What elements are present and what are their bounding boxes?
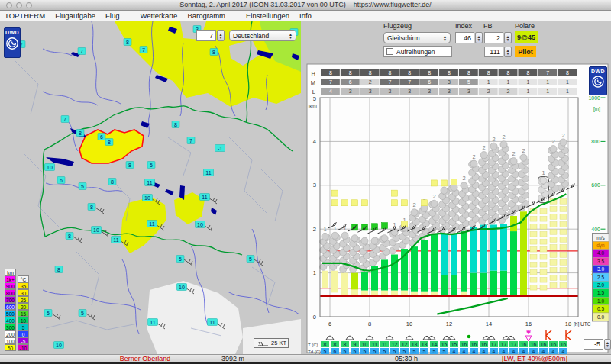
svg-text:1: 1 <box>323 226 326 233</box>
aufreihungen-checkbox-row[interactable]: Aufreihungen <box>383 46 452 57</box>
menu-item-toptherm[interactable]: TOPTHERM <box>5 11 45 20</box>
cloud-cover-cell: 1 <box>499 79 518 85</box>
map-thermal-marker: 8 <box>126 162 134 169</box>
svg-text:2: 2 <box>522 147 525 154</box>
x-axis-tick: 14 <box>486 321 492 327</box>
cloud-cover-cell: 8 <box>380 69 399 76</box>
menu-item-einstellungen[interactable]: Einstellungen <box>246 11 289 20</box>
dewpoint-cell: 5 <box>360 348 369 354</box>
svg-text:4: 4 <box>522 349 525 354</box>
map-level-spinner[interactable]: 7 <box>196 30 216 41</box>
aufreihungen-checkbox[interactable] <box>386 48 393 55</box>
climb-legend-cell: dyn <box>596 243 605 249</box>
thermal-square <box>451 179 457 185</box>
bias-stepper[interactable]: ▲▼ <box>604 339 611 350</box>
cloud-cover-cell: 1 <box>558 88 577 95</box>
temperature-cell: 8 <box>331 341 339 347</box>
pilot-count-field[interactable]: 111 <box>484 47 503 57</box>
svg-text:4: 4 <box>463 349 466 354</box>
map-thermal-marker: 8 <box>210 49 218 56</box>
dwd-logo-text: DWD <box>5 30 20 35</box>
dewpoint-cell: 4 <box>549 348 558 354</box>
map-thermal-marker: 11 <box>204 169 214 176</box>
weather-map[interactable]: 7787382786887-11065858111011118101110811… <box>0 21 301 354</box>
svg-text:2: 2 <box>502 134 505 140</box>
cloud-cover-cell: 8 <box>439 69 458 76</box>
thermal-square <box>342 200 348 206</box>
svg-text:12: 12 <box>402 342 408 347</box>
svg-text:8: 8 <box>334 342 337 347</box>
svg-text:8: 8 <box>448 70 451 76</box>
flugzeug-label: Flugzeug <box>383 22 412 30</box>
fb-field[interactable]: 2 <box>484 32 503 43</box>
title-bar: Sonntag, 2. April 2017 (ICON 31.03.2017 … <box>0 0 611 11</box>
index-label: Index <box>455 22 472 30</box>
aircraft-select[interactable]: Gleitschirm ▲▼ <box>383 32 451 43</box>
cloud-cover-cell: 6 <box>341 79 360 85</box>
altitude-legend-cell: 200 <box>5 330 16 337</box>
cloud-cover-cell: 8 <box>321 69 340 76</box>
map-thermal-marker: 5 <box>147 162 155 169</box>
y-axis-tick: 4 <box>313 138 316 145</box>
map-level-stepper[interactable]: ▲▼ <box>217 30 225 41</box>
svg-text:4: 4 <box>453 349 456 354</box>
cloud-cover-cell: 8 <box>360 69 380 76</box>
bias-spinner[interactable]: -5 <box>584 339 603 350</box>
map-region-select[interactable]: Deutschland ▲▼ <box>229 30 296 41</box>
wind-scale-box: 25 KT <box>254 338 289 348</box>
map-thermal-marker: 10 <box>54 342 64 349</box>
svg-text:8: 8 <box>329 70 332 76</box>
status-bar: Berner Oberland 3992 m 05:30 h [LW, ET 4… <box>0 354 611 362</box>
polare-chip[interactable]: 9@45 <box>515 31 538 43</box>
menu-item-barogramm[interactable]: Barogramm <box>187 11 225 20</box>
barogram-chart[interactable]: H8888888888878M7627763511111L43333333221… <box>301 21 611 354</box>
svg-text:1: 1 <box>487 79 490 85</box>
dewpoint-cell: 4 <box>450 348 458 354</box>
temperature-cell: 17 <box>509 341 518 347</box>
index-stepper[interactable]: ▲▼ <box>475 32 483 43</box>
cloud-cover-cell: 8 <box>419 69 438 76</box>
pilot-chip[interactable]: Pilot <box>515 46 536 57</box>
svg-text:11: 11 <box>209 320 215 325</box>
svg-text:7: 7 <box>329 79 332 85</box>
svg-text:5: 5 <box>433 349 436 354</box>
climb-legend-cell: 1.0 <box>597 298 604 304</box>
menu-item-flug[interactable]: Flug <box>105 11 119 20</box>
menu-item-info[interactable]: Info <box>299 11 312 20</box>
svg-text:✱: ✱ <box>526 329 532 336</box>
x-axis-tick: 18 <box>565 321 571 327</box>
temperature-cell: 12 <box>390 341 399 347</box>
temperature-cell: 16 <box>539 341 548 347</box>
svg-text:2: 2 <box>432 193 435 200</box>
svg-text:2: 2 <box>551 138 554 145</box>
svg-text:4: 4 <box>562 349 565 354</box>
temperature-legend-cell: -10 <box>18 344 29 351</box>
svg-text:8: 8 <box>408 70 411 76</box>
svg-text:2: 2 <box>369 79 372 85</box>
svg-text:5: 5 <box>443 349 446 354</box>
svg-text:5: 5 <box>249 256 252 262</box>
fb-stepper[interactable]: ▲▼ <box>504 32 512 43</box>
thermal-square <box>382 223 388 229</box>
y-axis-tick: 1 <box>313 269 316 276</box>
svg-text:2: 2 <box>507 89 510 94</box>
svg-text:8: 8 <box>344 342 347 347</box>
svg-text:11: 11 <box>150 320 155 325</box>
svg-text:10: 10 <box>56 343 62 348</box>
temperature-cell: 12 <box>400 341 409 347</box>
svg-text:10: 10 <box>197 222 203 227</box>
svg-text:11: 11 <box>372 342 377 347</box>
select-arrows-icon: ▲▼ <box>289 33 293 39</box>
map-thermal-marker: 8 <box>108 179 116 185</box>
temperature-cell: 16 <box>480 341 488 347</box>
svg-text:5: 5 <box>81 184 84 189</box>
dewpoint-cell: 5 <box>410 348 419 354</box>
index-field[interactable]: 46 <box>455 32 474 43</box>
svg-text:8: 8 <box>108 140 111 145</box>
menu-item-flugaufgabe[interactable]: Flugaufgabe <box>55 11 95 20</box>
cloud-cover-cell: 1 <box>538 79 557 85</box>
menu-item-wetterkarte[interactable]: Wetterkarte <box>140 11 177 20</box>
pilot-count-stepper[interactable]: ▲▼ <box>504 47 512 57</box>
dwd-logo-text: DWD <box>590 69 606 74</box>
right-axis-tick: 1000 <box>588 95 600 101</box>
